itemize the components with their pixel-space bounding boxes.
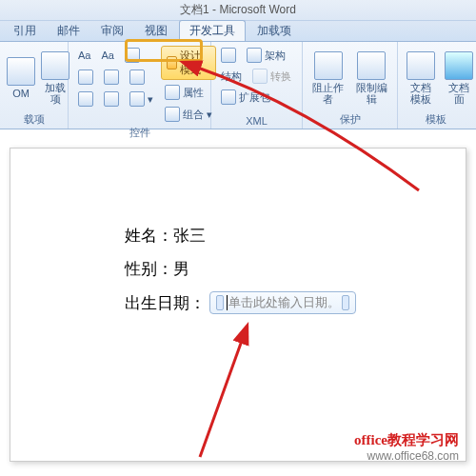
group-templates: 文档模板 文档面 模板 — [398, 42, 474, 129]
structure-text-button[interactable]: 结构 — [217, 67, 246, 86]
doc-panel-button[interactable]: 文档面 — [442, 46, 476, 110]
group-icon — [165, 107, 180, 122]
ribbon: OM 加载项 载项 Aa Aa — [0, 42, 476, 129]
checkbox-icon — [78, 69, 93, 85]
watermark: office教程学习网 www.office68.com — [354, 431, 459, 463]
template-icon — [407, 51, 435, 80]
structure-button[interactable] — [217, 46, 240, 65]
schema-label: 架构 — [265, 49, 286, 63]
properties-button[interactable]: 属性 — [161, 83, 216, 102]
name-value: 张三 — [173, 225, 206, 247]
name-label: 姓名： — [125, 225, 173, 247]
dropdown-control-button[interactable] — [126, 68, 149, 87]
expansion-button[interactable]: 扩展包 — [217, 88, 274, 107]
document-page[interactable]: 姓名： 张三 性别： 男 出生日期： 单击此处输入日期。 — [10, 148, 466, 462]
buildingblock-control-button[interactable] — [100, 89, 123, 109]
group-protect: 阻止作者 限制编辑 保护 — [303, 42, 398, 129]
properties-label: 属性 — [183, 86, 204, 100]
group-xml-label: XML — [217, 113, 296, 127]
combobox-control-button[interactable] — [100, 68, 123, 87]
gender-value: 男 — [173, 258, 189, 280]
legacy-tools-button[interactable]: ▾ — [126, 89, 157, 109]
block-authors-icon — [314, 51, 343, 80]
structure-label: 结构 — [221, 69, 242, 84]
checkbox-control-button[interactable] — [74, 68, 97, 87]
line-name: 姓名： 张三 — [125, 225, 466, 247]
watermark-url: www.office68.com — [354, 449, 459, 463]
control-handle-left[interactable] — [216, 295, 224, 310]
expansion-icon — [221, 89, 236, 105]
group-controls: Aa Aa ▾ 设计模式 — [69, 42, 211, 129]
design-mode-button[interactable]: 设计模式 — [161, 46, 216, 80]
tab-references[interactable]: 引用 — [4, 21, 46, 41]
bb-icon — [104, 91, 119, 107]
doc-panel-label: 文档面 — [445, 82, 473, 105]
group-templates-label: 模板 — [404, 110, 468, 127]
richtext-control-button[interactable]: Aa — [74, 46, 94, 65]
doc-template-button[interactable]: 文档模板 — [404, 46, 438, 110]
group-addins: OM 加载项 载项 — [0, 42, 69, 129]
tab-mailings[interactable]: 邮件 — [48, 21, 89, 41]
tab-addins[interactable]: 加载项 — [248, 21, 301, 41]
addins-button[interactable]: 加载项 — [40, 46, 70, 110]
date-placeholder-text: 单击此处输入日期。 — [228, 294, 340, 311]
schema-icon — [247, 48, 262, 63]
restrict-label: 限制编辑 — [355, 82, 389, 105]
properties-icon — [165, 85, 180, 100]
date-picker-control[interactable]: 单击此处输入日期。 — [209, 291, 356, 314]
tab-review[interactable]: 审阅 — [91, 21, 133, 41]
combo-icon — [104, 69, 119, 85]
structure-icon — [221, 48, 236, 63]
line-gender: 性别： 男 — [125, 258, 466, 280]
block-authors-button[interactable]: 阻止作者 — [308, 46, 348, 110]
group-cmd-label: 组合 — [183, 108, 204, 122]
tab-developer[interactable]: 开发工具 — [179, 20, 246, 41]
gender-label: 性别： — [125, 258, 173, 280]
addins-icon — [41, 51, 69, 80]
tab-view[interactable]: 视图 — [135, 21, 177, 41]
group-xml: 架构 结构 转换 扩展包 XML — [211, 42, 303, 129]
date-icon — [78, 91, 93, 107]
om-addins-button[interactable]: OM — [6, 46, 36, 110]
doc-template-label: 文档模板 — [407, 82, 435, 105]
design-mode-label: 设计模式 — [180, 49, 210, 77]
transform-label: 转换 — [270, 69, 291, 84]
line-birthdate: 出生日期： 单击此处输入日期。 — [125, 291, 466, 314]
control-handle-right[interactable] — [342, 295, 349, 310]
group-protect-label: 保护 — [308, 110, 391, 127]
panel-icon — [445, 51, 473, 80]
legacy-icon — [129, 91, 145, 107]
transform-icon — [252, 69, 268, 84]
om-icon — [7, 57, 35, 86]
addins-label: 加载项 — [43, 82, 68, 105]
picture-icon — [125, 48, 140, 63]
group-controls-label: 控件 — [74, 124, 205, 140]
group-addins-label: 载项 — [6, 110, 62, 127]
group-command-button[interactable]: 组合▾ — [161, 105, 216, 124]
design-mode-icon — [167, 56, 177, 69]
window-title: 文档1 - Microsoft Word — [0, 0, 476, 21]
expansion-label: 扩展包 — [239, 90, 270, 105]
picture-control-button[interactable] — [121, 46, 144, 65]
block-authors-label: 阻止作者 — [311, 82, 346, 105]
dropdown-icon — [129, 69, 145, 85]
ribbon-tabs: 引用 邮件 审阅 视图 开发工具 加载项 — [0, 21, 476, 42]
plaintext-control-button[interactable]: Aa — [97, 46, 117, 65]
schema-button[interactable]: 架构 — [243, 46, 289, 65]
text-cursor — [227, 295, 228, 310]
om-label: OM — [12, 88, 30, 99]
birthdate-label: 出生日期： — [125, 292, 206, 314]
watermark-title: office教程学习网 — [354, 431, 459, 449]
restrict-editing-button[interactable]: 限制编辑 — [352, 46, 392, 110]
datepicker-control-button[interactable] — [74, 89, 97, 109]
restrict-icon — [357, 51, 386, 80]
transform-button: 转换 — [248, 67, 295, 86]
